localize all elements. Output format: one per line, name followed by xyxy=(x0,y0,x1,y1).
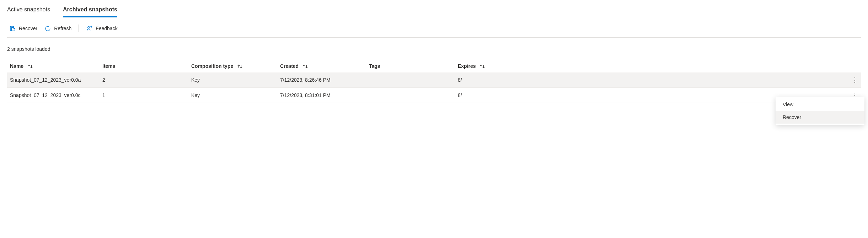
column-header-created[interactable]: Created xyxy=(277,60,366,72)
table-row[interactable]: Snapshot_07_12_2023_ver0.0c 1 Key 7/12/2… xyxy=(7,88,861,103)
toolbar-divider xyxy=(79,25,79,32)
sort-icon xyxy=(302,64,309,69)
column-header-composition[interactable]: Composition type xyxy=(188,60,277,72)
status-text: 2 snapshots loaded xyxy=(7,38,861,55)
tab-archived-snapshots[interactable]: Archived snapshots xyxy=(63,4,117,17)
recover-icon xyxy=(9,25,16,32)
snapshots-table: Name Items Composition type xyxy=(7,60,861,103)
cell-tags xyxy=(366,88,455,103)
column-header-name[interactable]: Name xyxy=(7,60,100,72)
column-expires-label: Expires xyxy=(458,63,476,69)
row-more-button[interactable]: ⋮ xyxy=(849,72,861,88)
column-created-label: Created xyxy=(280,63,299,69)
tab-active-snapshots[interactable]: Active snapshots xyxy=(7,4,50,17)
feedback-icon xyxy=(86,25,92,32)
refresh-icon xyxy=(44,25,51,32)
context-menu: View Recover xyxy=(776,97,864,103)
sort-icon xyxy=(237,64,243,69)
cell-composition: Key xyxy=(188,72,277,88)
cell-name: Snapshot_07_12_2023_ver0.0a xyxy=(7,72,100,88)
tabs-bar: Active snapshots Archived snapshots xyxy=(7,4,861,17)
column-items-label: Items xyxy=(102,63,116,69)
cell-items: 1 xyxy=(100,88,188,103)
cell-created: 7/12/2023, 8:31:01 PM xyxy=(277,88,366,103)
menu-item-view[interactable]: View xyxy=(776,98,864,103)
cell-composition: Key xyxy=(188,88,277,103)
column-name-label: Name xyxy=(10,63,23,69)
cell-name: Snapshot_07_12_2023_ver0.0c xyxy=(7,88,100,103)
recover-button[interactable]: Recover xyxy=(7,25,41,32)
cell-tags xyxy=(366,72,455,88)
cell-expires: 8/ xyxy=(455,72,849,88)
recover-label: Recover xyxy=(19,26,37,31)
feedback-button[interactable]: Feedback xyxy=(82,25,121,32)
cell-items: 2 xyxy=(100,72,188,88)
column-composition-label: Composition type xyxy=(191,63,233,69)
cell-created: 7/12/2023, 8:26:46 PM xyxy=(277,72,366,88)
refresh-label: Refresh xyxy=(54,26,71,31)
column-header-expires[interactable]: Expires xyxy=(455,60,849,72)
column-tags-label: Tags xyxy=(369,63,380,69)
svg-point-1 xyxy=(87,26,89,28)
sort-icon xyxy=(479,64,486,69)
table-row[interactable]: Snapshot_07_12_2023_ver0.0a 2 Key 7/12/2… xyxy=(7,72,861,88)
column-header-items[interactable]: Items xyxy=(100,60,188,72)
toolbar: Recover Refresh Feedback xyxy=(7,17,861,38)
feedback-label: Feedback xyxy=(96,26,117,31)
sort-icon xyxy=(27,64,33,69)
column-header-tags[interactable]: Tags xyxy=(366,60,455,72)
refresh-button[interactable]: Refresh xyxy=(41,25,75,32)
